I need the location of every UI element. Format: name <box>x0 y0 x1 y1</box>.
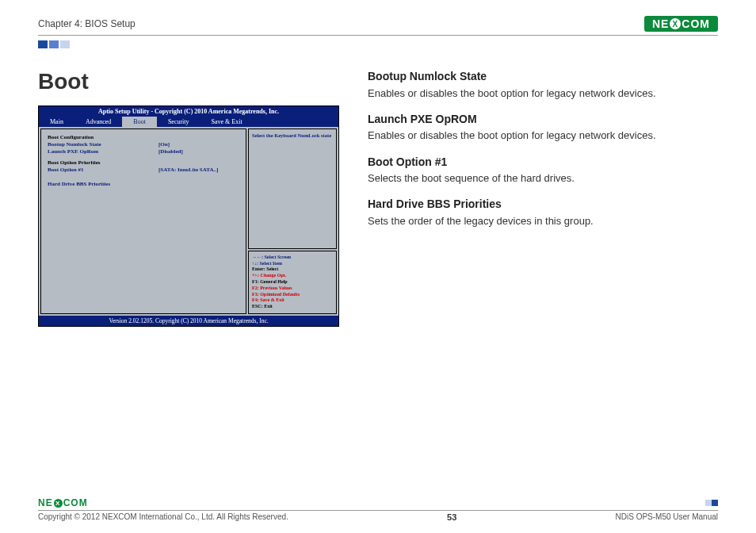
page-title: Boot <box>38 69 339 94</box>
desc-heading: Launch PXE OpROM <box>368 112 701 128</box>
logo-text-right: COM <box>682 17 710 30</box>
bios-option-bbs[interactable]: Hard Drive BBS Priorities <box>48 181 239 187</box>
bios-main-panel: Boot Configuration Bootup Numlock State … <box>40 128 246 314</box>
bios-key: →←: Select Screen <box>252 255 333 261</box>
bios-group-heading: Boot Configuration <box>48 134 239 140</box>
bios-version-bar: Version 2.02.1205. Copyright (C) 2010 Am… <box>39 316 338 326</box>
manual-name: NDiS OPS-M50 User Manual <box>616 512 718 522</box>
logo-footer: NE X COM <box>38 497 88 508</box>
bios-title-bar: Aptio Setup Utility - Copyright (C) 2010… <box>39 106 338 117</box>
bios-option-label: Boot Option #1 <box>48 167 158 173</box>
bios-group-heading: Boot Option Priorities <box>48 159 239 166</box>
desc-body: Enables or disables the boot option for … <box>368 128 701 143</box>
bios-option-boot1[interactable]: Boot Option #1 [SATA: InnoLite SATA..] <box>48 167 239 173</box>
copyright-text: Copyright © 2012 NEXCOM International Co… <box>38 512 288 522</box>
bios-option-value: [Disabled] <box>158 148 183 155</box>
logo-text-left: NE <box>38 497 53 508</box>
bios-option-pxe[interactable]: Launch PXE OpRom [Disabled] <box>48 148 239 155</box>
bios-option-label: Launch PXE OpRom <box>48 148 158 155</box>
desc-body: Selects the boot sequence of the hard dr… <box>368 171 701 186</box>
bios-key: F2: Previous Values <box>252 286 333 292</box>
bios-tab-save-exit[interactable]: Save & Exit <box>200 117 254 127</box>
bios-tab-main[interactable]: Main <box>39 117 74 127</box>
page-number: 53 <box>447 512 456 522</box>
decorative-squares-footer <box>705 500 718 506</box>
bios-key: +/-: Change Opt. <box>252 273 333 279</box>
chapter-label: Chapter 4: BIOS Setup <box>38 18 136 29</box>
bios-tab-row: Main Advanced Boot Security Save & Exit <box>39 117 338 127</box>
logo-top: NE X COM <box>644 16 718 32</box>
logo-text-right: COM <box>63 497 88 508</box>
logo-x-icon: X <box>54 499 63 508</box>
desc-heading: Bootup Numlock State <box>368 69 701 85</box>
bios-help-panel: Select the Keyboard NumLock state <box>248 128 337 249</box>
desc-body: Enables or disables the boot option for … <box>368 86 701 101</box>
bios-option-value: [SATA: InnoLite SATA..] <box>158 167 218 173</box>
decorative-squares <box>38 40 718 48</box>
bios-key: F1: General Help <box>252 279 333 286</box>
bios-key: Enter: Select <box>252 266 333 273</box>
logo-x-icon: X <box>670 18 681 29</box>
desc-heading: Hard Drive BBS Priorities <box>368 197 701 213</box>
bios-tab-security[interactable]: Security <box>157 117 200 127</box>
desc-heading: Boot Option #1 <box>368 155 701 171</box>
bios-key-legend: →←: Select Screen ↑↓: Select Item Enter:… <box>248 251 337 314</box>
bios-key: F3: Optimized Defaults <box>252 292 333 298</box>
bios-option-label: Bootup Numlock State <box>48 141 158 148</box>
logo-text-left: NE <box>652 17 669 30</box>
bios-screenshot: Aptio Setup Utility - Copyright (C) 2010… <box>38 105 339 327</box>
bios-tab-boot[interactable]: Boot <box>122 117 157 127</box>
bios-key: ESC: Exit <box>252 304 333 310</box>
bios-option-value: [On] <box>158 141 170 148</box>
bios-tab-advanced[interactable]: Advanced <box>74 117 122 127</box>
desc-body: Sets the order of the legacy devices in … <box>368 214 701 228</box>
bios-option-numlock[interactable]: Bootup Numlock State [On] <box>48 141 239 148</box>
bios-key: ↑↓: Select Item <box>252 261 333 267</box>
bios-key: F4: Save & Exit <box>252 297 333 304</box>
